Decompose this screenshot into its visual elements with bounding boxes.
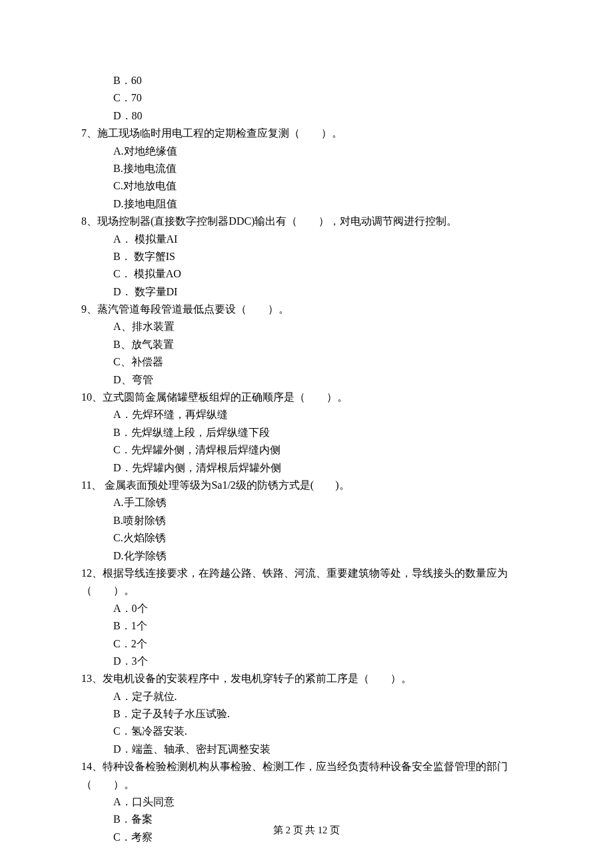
option-text: A． 模拟量AI [113,231,533,248]
question-stem: （ ）。 [81,776,533,793]
option-text: C．先焊罐外侧，清焊根后焊缝内侧 [113,441,533,459]
option-text: D． 数字量DI [113,283,533,301]
option-text: C．氢冷器安装. [113,723,533,740]
question-stem: 12、根据导线连接要求，在跨越公路、铁路、河流、重要建筑物等处，导线接头的数量应… [81,565,533,582]
question-stem: 8、现场控制器(直接数字控制器DDC)输出有（ ），对电动调节阀进行控制。 [81,213,533,230]
option-text: B．1个 [113,617,533,635]
question-block: 11、 金属表面预处理等级为Sa1/2级的防锈方式是( )。 A.手工除锈 B.… [81,477,533,565]
option-text: A．口头同意 [113,793,533,811]
option-text: A．定子就位. [113,688,533,705]
option-text: A.对地绝缘值 [113,143,533,160]
continued-options-block: B．60 C．70 D．80 [81,72,533,125]
option-text: A．先焊环缝，再焊纵缝 [113,406,533,423]
option-text: B.喷射除锈 [113,512,533,529]
option-text: D．端盖、轴承、密封瓦调整安装 [113,741,533,758]
option-text: C、补偿器 [113,353,533,371]
option-text: B.接地电流值 [113,160,533,177]
option-text: B．60 [113,72,533,89]
option-text: C.对地放电值 [113,177,533,195]
question-block: 9、蒸汽管道每段管道最低点要设（ ）。 A、排水装置 B、放气装置 C、补偿器 … [81,301,533,389]
option-text: D．先焊罐内侧，清焊根后焊罐外侧 [113,459,533,477]
option-text: D.接地电阻值 [113,195,533,213]
option-text: A.手工除锈 [113,494,533,511]
option-text: B．定子及转子水压试验. [113,705,533,723]
question-block: 10、立式圆筒金属储罐壁板组焊的正确顺序是（ ）。 A．先焊环缝，再焊纵缝 B．… [81,389,533,477]
question-stem: 9、蒸汽管道每段管道最低点要设（ ）。 [81,301,533,318]
option-text: C.火焰除锈 [113,529,533,547]
option-text: D．80 [113,107,533,125]
question-stem: 13、发电机设备的安装程序中，发电机穿转子的紧前工序是（ ）。 [81,670,533,687]
page-footer: 第 2 页 共 12 页 [0,823,613,839]
option-text: B、放气装置 [113,336,533,353]
option-text: A．0个 [113,600,533,617]
question-stem: （ ）。 [81,582,533,599]
question-block: 7、施工现场临时用电工程的定期检查应复测（ ）。 A.对地绝缘值 B.接地电流值… [81,125,533,213]
option-text: B．先焊纵缝上段，后焊纵缝下段 [113,424,533,441]
option-text: C．70 [113,89,533,107]
question-block: 13、发电机设备的安装程序中，发电机穿转子的紧前工序是（ ）。 A．定子就位. … [81,670,533,758]
option-text: C． 模拟量AO [113,265,533,283]
question-block: 8、现场控制器(直接数字控制器DDC)输出有（ ），对电动调节阀进行控制。 A．… [81,213,533,301]
question-stem: 14、特种设备检验检测机构从事检验、检测工作，应当经负责特种设备安全监督管理的部… [81,758,533,775]
option-text: D、弯管 [113,371,533,389]
question-block: 12、根据导线连接要求，在跨越公路、铁路、河流、重要建筑物等处，导线接头的数量应… [81,565,533,670]
option-text: B． 数字蟹IS [113,248,533,265]
option-text: A、排水装置 [113,318,533,335]
question-stem: 10、立式圆筒金属储罐壁板组焊的正确顺序是（ ）。 [81,389,533,406]
option-text: D．3个 [113,653,533,670]
option-text: C．2个 [113,635,533,653]
page-content: B．60 C．70 D．80 7、施工现场临时用电工程的定期检查应复测（ ）。 … [0,0,613,846]
question-stem: 11、 金属表面预处理等级为Sa1/2级的防锈方式是( )。 [81,477,533,494]
question-stem: 7、施工现场临时用电工程的定期检查应复测（ ）。 [81,125,533,142]
option-text: D.化学除锈 [113,547,533,565]
